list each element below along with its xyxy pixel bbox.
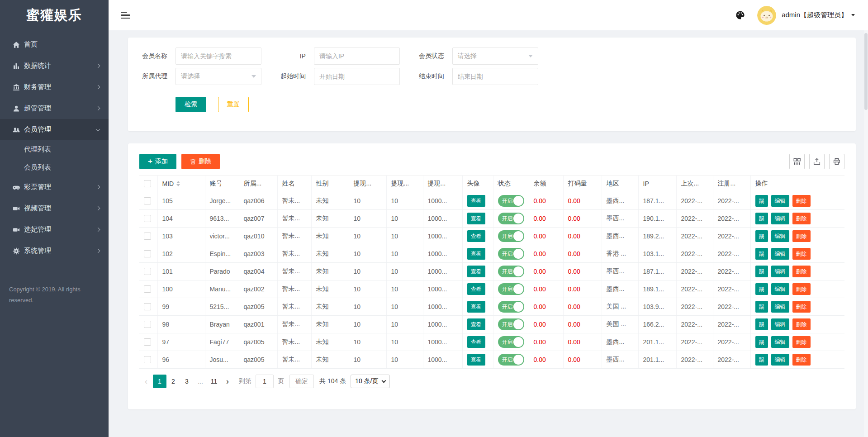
print-button[interactable] [829,154,844,169]
row-checkbox[interactable] [144,338,151,346]
goto-page-input[interactable] [256,375,274,388]
delete-row-button[interactable]: 删除 [792,230,811,242]
page-button-2[interactable]: 2 [166,375,180,388]
user-menu[interactable]: admin【超级管理员】 [782,11,848,19]
row-checkbox[interactable] [144,250,151,257]
row-checkbox[interactable] [144,321,151,328]
status-toggle[interactable]: 开启 [498,213,524,224]
delete-button[interactable]: 删除 [181,154,220,169]
view-avatar-button[interactable]: 查看 [467,283,485,295]
kick-button[interactable]: 踢 [755,354,768,366]
delete-row-button[interactable]: 删除 [792,195,811,207]
add-button[interactable]: + 添加 [139,154,176,169]
status-toggle[interactable]: 开启 [498,336,524,348]
reset-button[interactable]: 重置 [218,97,249,112]
delete-row-button[interactable]: 删除 [792,354,811,366]
edit-button[interactable]: 编辑 [771,248,789,260]
row-checkbox[interactable] [144,215,151,222]
sidebar-subitem-member-list[interactable]: 会员列表 [0,158,109,176]
view-avatar-button[interactable]: 查看 [467,354,485,366]
delete-row-button[interactable]: 删除 [792,301,811,313]
edit-button[interactable]: 编辑 [771,318,789,330]
kick-button[interactable]: 踢 [755,336,768,348]
kick-button[interactable]: 踢 [755,318,768,330]
member-status-select[interactable]: 请选择 [452,48,538,65]
kick-button[interactable]: 踢 [755,248,768,260]
sidebar-item-members[interactable]: 会员管理 [0,119,109,140]
view-avatar-button[interactable]: 查看 [467,336,485,348]
row-checkbox[interactable] [144,303,151,310]
member-name-input[interactable] [181,52,256,60]
start-date-input[interactable] [319,73,394,80]
next-page-button[interactable]: › [221,375,234,388]
status-toggle[interactable]: 开启 [498,318,524,330]
kick-button[interactable]: 踢 [755,266,768,277]
edit-button[interactable]: 编辑 [771,301,789,313]
delete-row-button[interactable]: 删除 [792,266,811,277]
delete-row-button[interactable]: 删除 [792,213,811,224]
delete-row-button[interactable]: 删除 [792,283,811,295]
view-avatar-button[interactable]: 查看 [467,318,485,330]
edit-button[interactable]: 编辑 [771,266,789,277]
delete-row-button[interactable]: 删除 [792,248,811,260]
sidebar-item-finance[interactable]: 财务管理 [0,76,109,98]
edit-button[interactable]: 编辑 [771,283,789,295]
sidebar-item-lottery[interactable]: 彩票管理 [0,176,109,198]
view-avatar-button[interactable]: 查看 [467,230,485,242]
row-checkbox[interactable] [144,197,151,204]
goto-confirm-button[interactable]: 确定 [289,375,314,388]
status-toggle[interactable]: 开启 [498,283,524,295]
status-toggle[interactable]: 开启 [498,230,524,242]
sort-icon[interactable] [176,181,180,187]
page-button-11[interactable]: 11 [207,375,221,388]
sidebar-item-concubine[interactable]: 选妃管理 [0,219,109,240]
delete-row-button[interactable]: 删除 [792,336,811,348]
search-button[interactable]: 检索 [175,97,206,112]
edit-button[interactable]: 编辑 [771,213,789,224]
row-checkbox[interactable] [144,285,151,293]
edit-button[interactable]: 编辑 [771,230,789,242]
sidebar-item-system[interactable]: 系统管理 [0,240,109,261]
view-avatar-button[interactable]: 查看 [467,301,485,313]
status-toggle[interactable]: 开启 [498,301,524,313]
status-toggle[interactable]: 开启 [498,248,524,260]
agent-select[interactable]: 请选择 [175,68,261,85]
edit-button[interactable]: 编辑 [771,354,789,366]
sidebar-item-video[interactable]: 视频管理 [0,198,109,219]
row-checkbox[interactable] [144,268,151,275]
kick-button[interactable]: 踢 [755,195,768,207]
row-checkbox[interactable] [144,356,151,363]
per-page-select[interactable]: 10 条/页 [351,375,389,388]
edit-button[interactable]: 编辑 [771,195,789,207]
view-avatar-button[interactable]: 查看 [467,195,485,207]
view-avatar-button[interactable]: 查看 [467,248,485,260]
scrollbar-thumb[interactable] [864,33,868,110]
kick-button[interactable]: 踢 [755,301,768,313]
kick-button[interactable]: 踢 [755,283,768,295]
kick-button[interactable]: 踢 [755,230,768,242]
palette-icon[interactable] [735,10,745,20]
export-button[interactable] [809,154,825,169]
select-all-checkbox[interactable] [144,180,151,187]
menu-toggle-icon[interactable] [121,10,131,21]
avatar[interactable] [757,6,776,25]
kick-button[interactable]: 踢 [755,213,768,224]
edit-button[interactable]: 编辑 [771,336,789,348]
status-toggle[interactable]: 开启 [498,195,524,207]
scrollbar[interactable] [864,30,868,437]
end-date-input[interactable] [458,73,533,80]
sidebar-item-stats[interactable]: 数据统计 [0,55,109,76]
ip-input[interactable] [319,52,394,60]
row-checkbox[interactable] [144,233,151,240]
status-toggle[interactable]: 开启 [498,354,524,366]
page-button-3[interactable]: 3 [180,375,194,388]
columns-filter-button[interactable] [789,154,805,169]
delete-row-button[interactable]: 删除 [792,318,811,330]
sidebar-subitem-agent-list[interactable]: 代理列表 [0,140,109,158]
view-avatar-button[interactable]: 查看 [467,266,485,277]
sidebar-item-home[interactable]: 首页 [0,34,109,55]
view-avatar-button[interactable]: 查看 [467,213,485,224]
page-button-1[interactable]: 1 [153,375,166,388]
sidebar-item-superadmin[interactable]: 超管管理 [0,98,109,119]
status-toggle[interactable]: 开启 [498,266,524,277]
